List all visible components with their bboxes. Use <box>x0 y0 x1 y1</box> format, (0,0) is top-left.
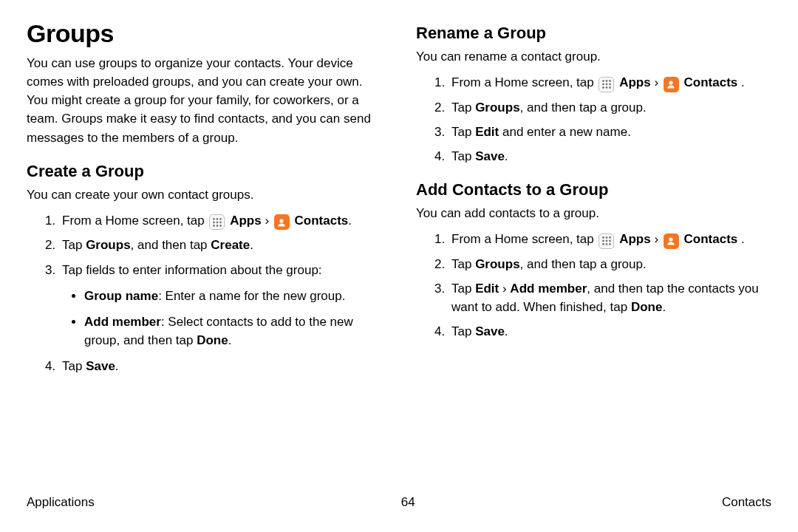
period: . <box>737 75 744 89</box>
create-group-fields: Group name: Enter a name for the new gro… <box>62 287 382 349</box>
rename-step-4: Tap Save. <box>449 147 771 166</box>
apps-icon <box>598 233 614 249</box>
page-title: Groups <box>27 19 382 48</box>
period: . <box>348 214 352 228</box>
manual-page: Groups You can use groups to organize yo… <box>0 0 798 532</box>
svg-point-21 <box>606 236 608 239</box>
apps-icon <box>209 214 225 230</box>
save-label: Save <box>475 149 505 163</box>
create-step-1: From a Home screen, tap Apps › Contacts. <box>59 211 382 231</box>
contacts-icon <box>664 233 679 249</box>
svg-point-20 <box>602 236 604 239</box>
save-label: Save <box>475 324 505 338</box>
create-label: Create <box>211 238 250 252</box>
svg-point-3 <box>213 222 215 224</box>
footer-right: Contacts <box>722 495 771 510</box>
bullet-group-name: Group name: Enter a name for the new gro… <box>84 287 382 305</box>
svg-point-5 <box>219 222 222 224</box>
svg-point-18 <box>609 86 611 89</box>
create-step-4: Tap Save. <box>59 357 382 375</box>
step-text: Tap <box>62 238 86 252</box>
svg-point-2 <box>219 218 222 220</box>
create-group-intro: You can create your own contact groups. <box>27 185 382 204</box>
separator: › <box>262 214 273 228</box>
step-text: and enter a new name. <box>499 125 631 139</box>
apps-label: Apps <box>230 214 262 228</box>
period: . <box>662 300 666 314</box>
apps-label: Apps <box>619 75 651 89</box>
add-step-2: Tap Groups, and then tap a group. <box>449 255 771 273</box>
svg-point-11 <box>606 80 608 82</box>
step-text: , and then tap <box>131 238 211 252</box>
step-text: Tap <box>451 149 475 163</box>
add-step-3: Tap Edit › Add member, and then tap the … <box>449 279 771 316</box>
step-text: From a Home screen, tap <box>451 232 597 246</box>
add-contacts-intro: You can add contacts to a group. <box>416 204 771 222</box>
right-column: Rename a Group You can rename a contact … <box>416 19 771 483</box>
svg-point-13 <box>602 83 604 86</box>
svg-point-9 <box>280 219 284 222</box>
contacts-label: Contacts <box>684 75 738 89</box>
step-text: Tap <box>62 359 86 373</box>
step-text: Tap <box>451 324 475 338</box>
step-text: From a Home screen, tap <box>62 214 208 228</box>
svg-point-28 <box>609 243 611 245</box>
period: . <box>250 238 253 252</box>
add-member-label: Add member <box>510 282 587 296</box>
svg-point-23 <box>602 240 604 242</box>
contacts-icon <box>274 214 290 230</box>
add-contacts-heading: Add Contacts to a Group <box>416 180 771 200</box>
content-columns: Groups You can use groups to organize yo… <box>27 19 771 483</box>
period: . <box>228 333 232 347</box>
svg-point-10 <box>602 80 604 82</box>
svg-point-16 <box>602 86 604 89</box>
step-text: Tap <box>451 282 475 296</box>
groups-label: Groups <box>86 238 130 252</box>
bullet-add-member: Add member: Select contacts to add to th… <box>84 313 382 349</box>
step-text: , and then tap a group. <box>520 100 647 115</box>
step-text: Tap <box>451 125 475 139</box>
rename-step-1: From a Home screen, tap Apps › Contacts … <box>449 73 771 92</box>
groups-label: Groups <box>475 100 519 115</box>
add-step-1: From a Home screen, tap Apps › Contacts … <box>449 230 771 249</box>
svg-point-1 <box>216 218 219 220</box>
step-text: Tap fields to enter information about th… <box>62 263 322 277</box>
svg-point-12 <box>609 80 611 82</box>
separator: › <box>499 282 510 296</box>
apps-icon <box>598 77 614 92</box>
contacts-label: Contacts <box>684 232 738 246</box>
left-column: Groups You can use groups to organize yo… <box>27 19 382 483</box>
svg-point-17 <box>606 86 608 89</box>
svg-point-6 <box>213 225 215 227</box>
svg-point-22 <box>609 236 611 239</box>
svg-point-14 <box>606 83 608 86</box>
period: . <box>737 232 744 246</box>
svg-point-0 <box>213 218 215 220</box>
create-step-3: Tap fields to enter information about th… <box>59 261 382 350</box>
add-contacts-steps: From a Home screen, tap Apps › Contacts … <box>416 230 771 341</box>
step-text: Tap <box>451 100 475 115</box>
svg-point-7 <box>216 225 219 227</box>
rename-group-steps: From a Home screen, tap Apps › Contacts … <box>416 73 771 166</box>
svg-point-27 <box>606 243 608 245</box>
rename-step-2: Tap Groups, and then tap a group. <box>449 98 771 117</box>
separator: › <box>651 75 662 89</box>
step-text: , and then tap a group. <box>520 257 647 271</box>
done-label: Done <box>197 333 228 347</box>
contacts-icon <box>664 77 679 92</box>
svg-point-29 <box>669 238 673 242</box>
group-name-label: Group name <box>84 289 158 303</box>
svg-point-15 <box>609 83 611 86</box>
done-label: Done <box>631 300 663 314</box>
add-member-label: Add member <box>84 315 161 329</box>
create-group-heading: Create a Group <box>27 162 382 181</box>
period: . <box>505 149 508 163</box>
svg-point-26 <box>602 243 604 245</box>
footer-left: Applications <box>27 495 95 510</box>
svg-point-4 <box>216 222 219 224</box>
create-group-steps: From a Home screen, tap Apps › Contacts.… <box>27 211 382 375</box>
page-number: 64 <box>95 495 722 510</box>
bullet-text: : Enter a name for the new group. <box>158 289 345 303</box>
groups-label: Groups <box>475 257 519 271</box>
separator: › <box>651 232 662 246</box>
